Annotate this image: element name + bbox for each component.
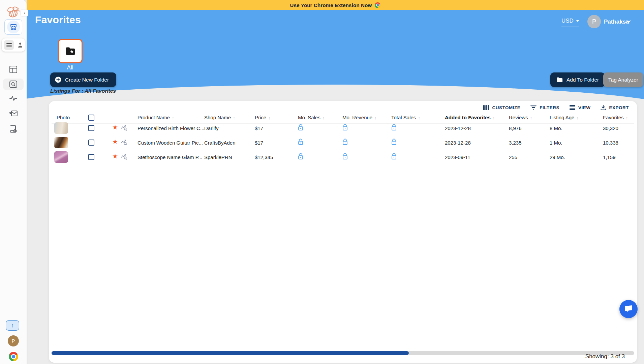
product-photo[interactable] [54,122,68,134]
lock-icon[interactable] [391,139,397,147]
lock-icon[interactable] [298,153,303,161]
favorite-star-icon[interactable]: ★ [112,124,118,130]
row-checkbox[interactable] [88,140,94,146]
chrome-extension-shortcut[interactable] [9,352,18,361]
shop-name[interactable]: Darlify [204,125,219,131]
create-new-folder-label: Create New Folder [65,77,109,83]
chrome-extension-banner[interactable]: Use Your Chrome Extension Now [27,0,644,10]
listing-age: 1 Mo. [550,140,562,146]
person-icon [18,42,23,48]
avatar[interactable]: P [587,15,601,28]
row-checkbox[interactable] [88,125,94,131]
product-photo[interactable] [54,151,68,163]
horizontal-scrollbar-track[interactable] [52,351,634,355]
analyze-listing-icon[interactable] [121,125,127,132]
sort-arrow-icon: ↑ [576,115,579,120]
lock-icon[interactable] [342,153,348,161]
analyze-listing-icon[interactable] [121,139,127,147]
person-toggle-button[interactable] [16,41,24,49]
folder-all[interactable] [58,39,83,63]
price: $17 [255,125,263,131]
sidebar-avatar[interactable]: P [8,335,19,346]
sidebar-item-dashboard[interactable] [9,66,17,74]
row-checkbox[interactable] [88,154,94,160]
export-button[interactable]: EXPORT [601,105,629,110]
currency-dropdown[interactable]: USD [561,18,579,27]
chat-bubble-icon [624,305,633,313]
col-header-total-sales[interactable]: Total Sales↑ [391,115,420,120]
col-header-mo-revenue[interactable]: Mo. Revenue↑ [342,115,377,120]
banner-text: Use Your Chrome Extension Now [290,2,372,8]
add-to-folder-button[interactable]: Add To Folder [550,72,605,87]
product-name[interactable]: Stethoscope Name Glam P... [137,154,202,160]
table-icon [9,66,17,73]
col-header-mo-sales[interactable]: Mo. Sales↑ [298,115,325,120]
chat-widget-button[interactable] [619,300,638,318]
product-photo[interactable] [54,137,68,148]
currency-value: USD [561,18,574,24]
horizontal-scrollbar-thumb[interactable] [52,351,409,355]
showing-count: Showing: 3 of 3 [585,353,625,360]
customize-button[interactable]: CUSTOMIZE [483,105,520,110]
lock-icon[interactable] [298,124,303,132]
filters-label: FILTERS [540,105,559,110]
product-name[interactable]: Personalized Birth Flower C... [137,125,204,131]
analyze-listing-icon[interactable] [121,154,127,161]
arrow-up-icon: ↑ [11,323,14,329]
col-header-price[interactable]: Price↑ [255,115,271,120]
shop-name[interactable]: CraftsByAden [204,140,236,146]
filters-button[interactable]: FILTERS [530,105,559,110]
folder-all-label: All [57,64,84,71]
price: $12,345 [255,154,273,160]
lock-icon[interactable] [342,124,348,132]
lock-icon[interactable] [298,139,303,147]
list-view-icon [570,105,575,110]
favorite-star-icon[interactable]: ★ [112,139,118,145]
tag-analyzer-button[interactable]: Tag Analyzer [603,72,643,87]
col-header-product-name[interactable]: Product Name↑ [137,115,174,120]
menu-toggle-button[interactable] [4,40,14,50]
added-to-favorites: 2023-12-28 [445,125,471,131]
added-to-favorites: 2023-09-11 [445,154,470,160]
scroll-to-top-button[interactable]: ↑ [6,320,19,331]
listing-age: 8 Mo. [550,125,562,131]
sidebar-item-product-research[interactable] [9,81,17,89]
sort-arrow-icon: ↑ [626,115,628,120]
favorites-count: 30,320 [603,125,618,131]
sort-arrow-icon: ↑ [268,115,271,120]
user-menu-chevron-icon[interactable] [626,19,631,26]
sidebar-item-store[interactable] [4,19,22,35]
product-search-icon [9,81,17,88]
price: $17 [255,140,263,146]
chrome-icon [9,352,18,361]
sidebar-item-library[interactable] [9,125,17,134]
lock-icon[interactable] [342,139,348,147]
folder-icon [556,77,563,83]
col-header-shop-name[interactable]: Shop Name↑ [204,115,235,120]
sidebar-avatar-initial: P [11,338,15,344]
select-all-checkbox[interactable] [88,115,94,121]
col-header-photo[interactable]: Photo [57,115,70,120]
added-to-favorites: 2023-12-28 [445,140,471,146]
view-label: VIEW [578,105,591,110]
col-header-listing-age[interactable]: Listing Age↑ [550,115,579,120]
col-header-favorites[interactable]: Favorites↑ [603,115,628,120]
col-header-added-to-favorites[interactable]: Added to Favorites↑ [445,115,495,120]
col-header-reviews[interactable]: Reviews↑ [509,115,532,120]
view-button[interactable]: VIEW [570,105,591,110]
sidebar-item-analytics[interactable] [9,96,17,102]
avatar-initial: P [592,18,596,25]
create-new-folder-button[interactable]: Create New Folder [50,72,116,87]
product-name[interactable]: Custom Wooden Guitar Pic... [137,140,203,146]
sidebar-item-email[interactable] [9,111,18,118]
sidebar-expand-button[interactable]: › [21,9,28,17]
listings-for-text: Listings For : All Favorites [50,88,116,94]
customize-label: CUSTOMIZE [492,105,520,110]
sort-arrow-icon: ↑ [172,115,174,120]
table-row: ★ Personalized Birth Flower C... Darlify… [49,121,637,135]
shop-name[interactable]: SparklePRN [204,154,232,160]
listing-age: 29 Mo. [550,154,565,160]
lock-icon[interactable] [391,153,397,161]
favorite-star-icon[interactable]: ★ [112,153,118,159]
lock-icon[interactable] [391,124,397,132]
